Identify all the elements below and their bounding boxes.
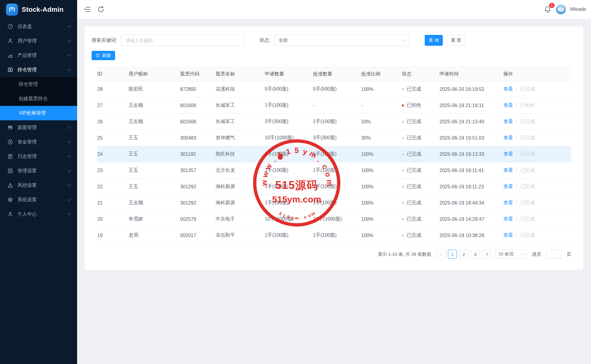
status-dot [402,169,404,171]
prev-page-button[interactable] [436,250,446,259]
view-link[interactable]: 查看 [503,151,513,156]
sidebar-item-dashboard[interactable]: 仪表盘 [0,19,77,34]
cell-applied: 5手(500股) [265,86,313,92]
action-divider: | [516,86,517,91]
system-icon [7,197,13,203]
cell-time: 2025-06-19 21:16:11 [439,103,503,108]
cell-ratio: 100% [361,87,402,92]
keyword-input[interactable] [121,35,245,46]
sidebar-item-new-stock[interactable]: 新股管理 [0,120,77,135]
cell-time: 2025-06-19 19:11:41 [439,168,503,173]
action-status-label: 已完成 [520,184,535,189]
refresh-button[interactable]: 刷新 [92,51,115,60]
sidebar-subitem-vip-grab[interactable]: VIP抢筹管理 [0,106,77,120]
column-header: 批准数量 [313,71,361,77]
view-link[interactable]: 查看 [503,216,513,221]
cell-time: 2025-06-19 21:13:40 [439,119,503,125]
cell-id: 19 [97,233,129,238]
chevron-down-icon [521,251,524,255]
sidebar-item-system[interactable]: 系统设置 [0,193,77,207]
sidebar-item-logs[interactable]: 日志管理 [0,149,77,164]
dashboard-icon [7,23,13,29]
next-page-button[interactable] [482,250,491,259]
cell-id: 20 [97,217,129,222]
action-status-label: 已完成 [520,168,535,173]
sidebar-item-products[interactable]: 产品管理 [0,48,77,63]
sidebar-item-label: 日志管理 [17,153,68,160]
status-text: 已拒绝 [407,102,421,109]
view-link[interactable]: 查看 [503,103,513,108]
cell-id: 26 [97,119,129,125]
sidebar-item-label: 管理设置 [17,168,68,174]
view-link[interactable]: 查看 [503,135,513,140]
cell-ratio: 33% [361,119,402,125]
sidebar-item-users[interactable]: 用户管理 [0,34,77,48]
refresh-icon [95,53,100,58]
table-row: 28陈宏民872895花溪科技5手(500股)5手(500股)100%已完成20… [97,81,571,97]
collapse-sidebar-icon[interactable] [83,5,91,13]
cell-applied: 1手(100股) [265,167,313,174]
status-dot [402,218,404,220]
sidebar-item-label: 仪表盘 [17,23,68,30]
refresh-page-icon[interactable] [97,5,105,13]
reset-button[interactable]: 重置 [447,35,465,46]
products-icon [7,52,13,58]
avatar[interactable] [556,4,566,14]
search-button[interactable]: 查询 [425,35,443,46]
chevron-down-icon [67,183,71,187]
action-status-label: 已完成 [520,151,535,156]
status-select[interactable]: 全部 [274,35,409,46]
sidebar-item-risk[interactable]: 风控设置 [0,178,77,193]
action-status-label: 已完成 [520,233,535,238]
view-link[interactable]: 查看 [503,184,513,189]
sidebar-item-positions[interactable]: 持仓管理 [0,63,77,77]
chevron-down-icon [67,38,71,42]
page-button-3[interactable]: 3 [471,250,480,259]
sidebar-item-profile[interactable]: 个人中心 [0,207,77,221]
content-card: 搜索关键词: 状态: 全部 查询 重置 刷新 [85,26,583,270]
view-link[interactable]: 查看 [503,233,513,238]
cell-actions: 查看|已完成 [503,167,571,174]
view-link[interactable]: 查看 [503,119,513,124]
funds-icon [7,139,13,145]
chevron-down-icon [67,53,71,57]
cell-approved: 1手(100股) [313,151,361,157]
cell-status: 已完成 [402,232,439,239]
notifications-bell-icon[interactable]: 1 [544,5,552,13]
pagination: 显示 1-10 条, 共 28 条数据 123 10 条/页 跳至 页 [85,250,571,259]
sidebar-subitem-create-position[interactable]: 创建股票持仓 [0,91,77,106]
action-divider: | [516,119,517,124]
cell-applied: 10手(1000股) [265,216,313,222]
cell-status: 已完成 [402,216,439,222]
page-buttons: 123 [448,250,480,259]
jump-page-input[interactable] [546,250,562,259]
cell-applied: 1手(100股) [265,232,313,239]
cell-code: 301292 [180,200,216,206]
cell-time: 2025-06-19 18:44:34 [439,200,503,206]
page-size-select[interactable]: 10 条/页 [496,250,527,259]
view-link[interactable]: 查看 [503,200,513,205]
page-button-2[interactable]: 2 [459,250,468,259]
page-button-1[interactable]: 1 [448,250,457,259]
status-text: 已完成 [407,86,421,92]
view-link[interactable]: 查看 [503,168,513,173]
action-status-label: 已完成 [520,119,535,124]
action-divider: | [516,216,517,221]
sidebar-item-funds[interactable]: 资金管理 [0,135,77,149]
status-dot [402,153,404,155]
cell-user: 王志顺 [129,102,180,109]
status-text: 已完成 [407,135,421,141]
cell-status: 已完成 [402,184,439,190]
cell-id: 24 [97,152,129,157]
table-row: 27王志顺601606长城军工1手(100股)--已拒绝2025-06-19 2… [97,97,571,114]
sidebar-item-admin-settings[interactable]: 管理设置 [0,164,77,178]
action-status-label: 已拒绝 [520,103,535,108]
jump-suffix-label: 页 [567,251,571,257]
sidebar-subitem-positions-list[interactable]: 持仓管理 [0,77,77,91]
cell-status: 已完成 [402,119,439,125]
cell-stock: 首华燃气 [216,135,265,141]
notification-badge: 1 [549,3,555,8]
view-link[interactable]: 查看 [503,86,513,91]
sidebar-item-label: 个人中心 [17,211,68,217]
column-header: ID [97,71,129,77]
